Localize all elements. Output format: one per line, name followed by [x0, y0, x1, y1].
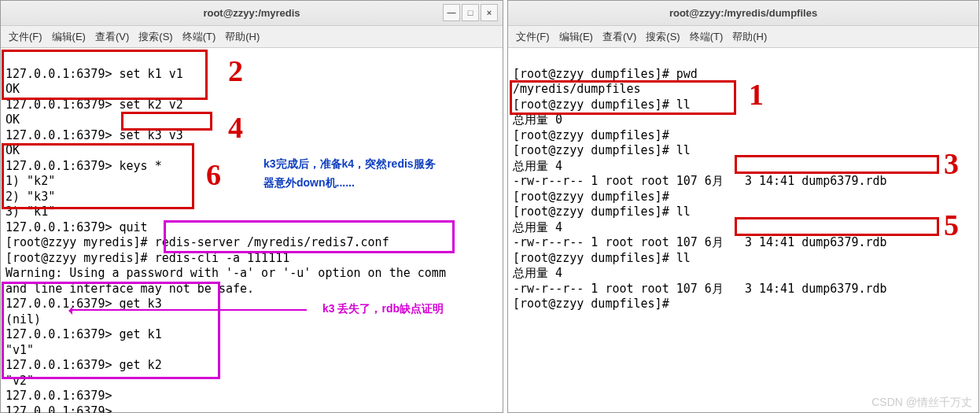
- term-line: 127.0.0.1:6379> quit: [6, 220, 148, 234]
- term-line: -rw-r--r-- 1 root root 107 6月 3 14:41 du…: [513, 282, 887, 296]
- term-line: 总用量 4: [513, 266, 562, 280]
- menu-file[interactable]: 文件(F): [516, 30, 550, 44]
- annot-num-2: 2: [228, 53, 243, 88]
- menu-search[interactable]: 搜索(S): [138, 30, 172, 44]
- left-menubar: 文件(F) 编辑(E) 查看(V) 搜索(S) 终端(T) 帮助(H): [1, 26, 503, 48]
- term-line: 127.0.0.1:6379> set k3 v3: [6, 128, 183, 142]
- term-line: 127.0.0.1:6379> set k1 v1: [6, 67, 183, 81]
- menu-edit[interactable]: 编辑(E): [559, 30, 593, 44]
- right-menubar: 文件(F) 编辑(E) 查看(V) 搜索(S) 终端(T) 帮助(H): [508, 26, 978, 48]
- term-line: 3) "k1": [6, 205, 55, 219]
- term-line: Warning: Using a password with '-a' or '…: [6, 266, 446, 280]
- term-line: OK: [6, 143, 20, 157]
- term-line: "v2": [6, 374, 34, 388]
- term-line: 127.0.0.1:6379> set k2 v2: [6, 98, 183, 112]
- term-line: 1) "k2": [6, 174, 55, 188]
- term-line: 2) "k3": [6, 190, 55, 204]
- term-line: [root@zzyy dumpfiles]# ll: [513, 205, 691, 219]
- left-title: root@zzyy:/myredis: [203, 7, 300, 19]
- right-title: root@zzyy:/myredis/dumpfiles: [669, 7, 817, 19]
- close-button[interactable]: ×: [481, 4, 498, 21]
- term-line: 总用量 4: [513, 220, 562, 234]
- term-line: [root@zzyy dumpfiles]# ll: [513, 251, 691, 265]
- term-line: 总用量 4: [513, 159, 562, 173]
- left-window-controls: — □ ×: [443, 4, 498, 21]
- term-line: [root@zzyy dumpfiles]#: [513, 190, 669, 204]
- menu-help[interactable]: 帮助(H): [225, 30, 260, 44]
- term-line: [root@zzyy myredis]# redis-cli -a 111111: [6, 251, 289, 265]
- term-line: (nil): [6, 312, 41, 326]
- menu-edit[interactable]: 编辑(E): [52, 30, 86, 44]
- maximize-button[interactable]: □: [462, 4, 479, 21]
- right-terminal-window: root@zzyy:/myredis/dumpfiles 文件(F) 编辑(E)…: [507, 0, 979, 413]
- term-line: [root@zzyy dumpfiles]# ll: [513, 143, 691, 157]
- menu-view[interactable]: 查看(V): [602, 30, 636, 44]
- annot-note-line1: k3完成后，准备k4，突然redis服务: [263, 157, 436, 171]
- annot-arrow: [71, 309, 307, 311]
- term-line: [root@zzyy dumpfiles]# pwd: [513, 67, 698, 81]
- menu-terminal[interactable]: 终端(T): [690, 30, 724, 44]
- menu-search[interactable]: 搜索(S): [646, 30, 680, 44]
- annot-note-pink: k3 丢失了，rdb缺点证明: [322, 302, 444, 316]
- annot-note-line2: 器意外down机......: [263, 176, 355, 190]
- menu-help[interactable]: 帮助(H): [732, 30, 767, 44]
- term-line: [root@zzyy dumpfiles]# ll: [513, 98, 691, 112]
- left-terminal-output[interactable]: 127.0.0.1:6379> set k1 v1 OK 127.0.0.1:6…: [1, 48, 503, 413]
- term-line: 127.0.0.1:6379> get k2: [6, 358, 162, 372]
- annot-num-6: 6: [206, 157, 221, 192]
- term-line: 127.0.0.1:6379> keys *: [6, 159, 162, 173]
- term-line: /myredis/dumpfiles: [513, 82, 641, 96]
- term-line: 127.0.0.1:6379>: [6, 389, 112, 403]
- left-terminal-window: root@zzyy:/myredis — □ × 文件(F) 编辑(E) 查看(…: [0, 0, 503, 413]
- annot-num-3: 3: [944, 146, 959, 181]
- watermark: CSDN @情丝千万丈: [871, 396, 972, 410]
- term-line: 127.0.0.1:6379>: [6, 404, 112, 414]
- term-line: OK: [6, 112, 20, 127]
- term-line: -rw-r--r-- 1 root root 107 6月 3 14:41 du…: [513, 174, 887, 188]
- minimize-button[interactable]: —: [443, 4, 460, 21]
- right-terminal-output[interactable]: [root@zzyy dumpfiles]# pwd /myredis/dump…: [508, 48, 978, 330]
- term-line: [root@zzyy dumpfiles]#: [513, 128, 669, 142]
- annot-num-5: 5: [944, 208, 959, 242]
- term-line: [root@zzyy myredis]# redis-server /myred…: [6, 235, 389, 249]
- term-line: 127.0.0.1:6379> get k1: [6, 327, 162, 341]
- left-titlebar[interactable]: root@zzyy:/myredis — □ ×: [1, 1, 503, 26]
- menu-file[interactable]: 文件(F): [9, 30, 42, 44]
- term-line: -rw-r--r-- 1 root root 107 6月 3 14:41 du…: [513, 235, 887, 249]
- annot-num-1: 1: [749, 77, 764, 112]
- menu-terminal[interactable]: 终端(T): [182, 30, 216, 44]
- term-line: 总用量 0: [513, 112, 562, 127]
- annot-num-4: 4: [228, 110, 243, 145]
- term-line: [root@zzyy dumpfiles]#: [513, 297, 669, 311]
- menu-view[interactable]: 查看(V): [95, 30, 129, 44]
- term-line: and line interface may not be safe.: [6, 282, 254, 296]
- term-line: OK: [6, 82, 20, 96]
- right-titlebar[interactable]: root@zzyy:/myredis/dumpfiles: [508, 1, 978, 26]
- term-line: "v1": [6, 343, 34, 357]
